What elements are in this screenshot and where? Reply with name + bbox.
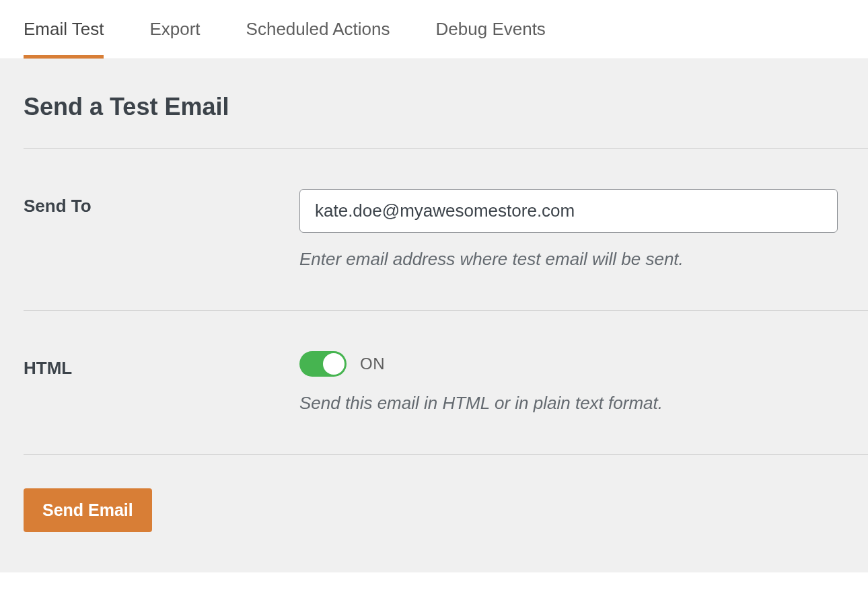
page-title: Send a Test Email [0, 59, 868, 148]
html-toggle[interactable] [299, 351, 347, 377]
send-email-button[interactable]: Send Email [24, 488, 152, 532]
toggle-handle [323, 353, 345, 375]
html-toggle-state: ON [360, 354, 385, 373]
content-area: Send a Test Email Send To Enter email ad… [0, 59, 868, 572]
send-to-label: Send To [24, 189, 299, 217]
html-label: HTML [24, 351, 299, 379]
toggle-row: ON [299, 351, 844, 377]
send-to-help: Enter email address where test email wil… [299, 249, 844, 270]
html-help: Send this email in HTML or in plain text… [299, 393, 844, 414]
send-to-input[interactable] [299, 189, 838, 233]
form-row-html: HTML ON Send this email in HTML or in pl… [0, 311, 868, 454]
tab-export[interactable]: Export [149, 0, 200, 59]
tab-email-test[interactable]: Email Test [24, 0, 104, 59]
tab-scheduled-actions[interactable]: Scheduled Actions [246, 0, 390, 59]
button-row: Send Email [0, 455, 868, 532]
form-row-send-to: Send To Enter email address where test e… [0, 149, 868, 310]
send-to-control-area: Enter email address where test email wil… [299, 189, 844, 270]
tabs-container: Email Test Export Scheduled Actions Debu… [0, 0, 868, 59]
html-control-area: ON Send this email in HTML or in plain t… [299, 351, 844, 414]
tab-debug-events[interactable]: Debug Events [436, 0, 546, 59]
